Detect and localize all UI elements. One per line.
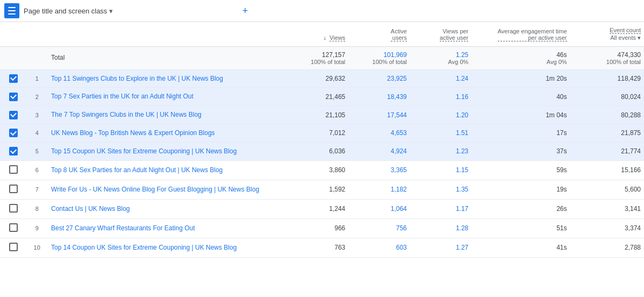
- dimension-dropdown-icon[interactable]: ▾: [109, 7, 113, 15]
- row-check-1[interactable]: [0, 69, 27, 88]
- row-active-users-6: 3,365: [348, 160, 410, 180]
- row-check-8[interactable]: [0, 199, 27, 218]
- row-title-1[interactable]: Top 11 Swingers Clubs to Explore in the …: [47, 69, 287, 88]
- row-engagement-3: 1m 04s: [471, 106, 570, 124]
- total-vpu-sub: Avg 0%: [413, 59, 469, 65]
- add-dimension-button[interactable]: +: [239, 4, 252, 17]
- row-num-8: 8: [27, 199, 47, 218]
- row-check-9[interactable]: [0, 218, 27, 238]
- hamburger-line-2: [8, 10, 16, 11]
- checkbox-10[interactable]: [9, 243, 18, 251]
- row-title-6[interactable]: Top 8 UK Sex Parties for an Adult Night …: [47, 160, 287, 180]
- header-left: Page title and screen class ▾ +: [4, 3, 252, 18]
- checkbox-4[interactable]: [9, 129, 18, 137]
- row-check-5[interactable]: [0, 142, 27, 160]
- row-title-2[interactable]: Top 7 Sex Parties in the UK for an Adult…: [47, 88, 287, 106]
- hamburger-line-1: [8, 7, 16, 8]
- row-num-4: 4: [27, 124, 47, 142]
- row-views-3: 21,105: [287, 106, 349, 124]
- col-header-views-per-active[interactable]: Views peractive user: [410, 22, 472, 46]
- row-num-1: 1: [27, 69, 47, 88]
- avg-engagement-col-label: Average engagement timeper active user: [498, 28, 567, 41]
- dimension-title: Page title and screen class ▾: [24, 7, 113, 15]
- row-event-count-4: 21,875: [570, 124, 644, 142]
- total-views: 127,157 100% of total: [287, 46, 349, 69]
- row-engagement-1: 1m 20s: [471, 69, 570, 88]
- table-row: 5Top 15 Coupon UK Sites for Extreme Coup…: [0, 142, 644, 160]
- row-num-9: 9: [27, 218, 47, 238]
- col-header-num: [27, 22, 47, 46]
- row-vpu-7: 1.35: [410, 180, 472, 199]
- table-row: 10Top 14 Coupon UK Sites for Extreme Cou…: [0, 238, 644, 257]
- table-top-header: Page title and screen class ▾ +: [0, 0, 644, 22]
- views-per-active-col-label: Views peractive user: [440, 28, 468, 41]
- row-views-2: 21,465: [287, 88, 349, 106]
- checkbox-3[interactable]: [9, 111, 18, 119]
- row-views-8: 1,244: [287, 199, 349, 218]
- row-views-1: 29,632: [287, 69, 349, 88]
- event-count-col-label: Event count: [610, 27, 641, 34]
- row-title-8[interactable]: Contact Us | UK News Blog: [47, 199, 287, 218]
- row-title-5[interactable]: Top 15 Coupon UK Sites for Extreme Coupo…: [47, 142, 287, 160]
- row-event-count-6: 15,166: [570, 160, 644, 180]
- event-count-filter[interactable]: All events ▾: [610, 34, 641, 41]
- row-engagement-8: 26s: [471, 199, 570, 218]
- row-title-3[interactable]: The 7 Top Swingers Clubs in the UK | UK …: [47, 106, 287, 124]
- hamburger-line-3: [8, 13, 16, 15]
- row-title-4[interactable]: UK News Blog - Top British News & Expert…: [47, 124, 287, 142]
- col-header-active-users[interactable]: Activeusers: [348, 22, 410, 46]
- row-check-3[interactable]: [0, 106, 27, 124]
- col-header-avg-engagement[interactable]: Average engagement timeper active user: [471, 22, 570, 46]
- row-title-10[interactable]: Top 14 Coupon UK Sites for Extreme Coupo…: [47, 238, 287, 257]
- row-active-users-8: 1,064: [348, 199, 410, 218]
- table-row: 7Write For Us - UK News Online Blog For …: [0, 180, 644, 199]
- row-event-count-9: 3,374: [570, 218, 644, 238]
- checkbox-7[interactable]: [9, 185, 18, 193]
- row-active-users-3: 17,544: [348, 106, 410, 124]
- total-row: Total 127,157 100% of total 101,969 100%…: [0, 46, 644, 69]
- analytics-table: ↓ Views Activeusers Views peractive user…: [0, 22, 644, 258]
- col-header-views[interactable]: ↓ Views: [287, 22, 349, 46]
- row-event-count-7: 5,600: [570, 180, 644, 199]
- row-check-2[interactable]: [0, 88, 27, 106]
- hamburger-icon[interactable]: [4, 3, 19, 18]
- event-count-dropdown-icon[interactable]: ▾: [638, 34, 641, 41]
- total-eng-sub: Avg 0%: [475, 59, 567, 65]
- row-num-2: 2: [27, 88, 47, 106]
- table-row: 6Top 8 UK Sex Parties for an Adult Night…: [0, 160, 644, 180]
- row-check-10[interactable]: [0, 238, 27, 257]
- row-vpu-8: 1.17: [410, 199, 472, 218]
- table-row: 3The 7 Top Swingers Clubs in the UK | UK…: [0, 106, 644, 124]
- col-header-event-count[interactable]: Event count All events ▾: [570, 22, 644, 46]
- total-vpu-value: 1.25: [456, 51, 468, 59]
- active-users-col-label: Activeusers: [391, 28, 407, 41]
- checkbox-8[interactable]: [9, 204, 18, 213]
- checkbox-9[interactable]: [9, 223, 18, 232]
- views-col-label: Views: [330, 34, 345, 41]
- checkbox-2[interactable]: [9, 93, 18, 101]
- row-title-7[interactable]: Write For Us - UK News Online Blog For G…: [47, 180, 287, 199]
- row-event-count-10: 2,788: [570, 238, 644, 257]
- row-check-6[interactable]: [0, 160, 27, 180]
- table-row: 9Best 27 Canary Wharf Restaurants For Ea…: [0, 218, 644, 238]
- row-views-5: 6,036: [287, 142, 349, 160]
- checkbox-6[interactable]: [9, 165, 18, 174]
- row-vpu-4: 1.51: [410, 124, 472, 142]
- row-event-count-2: 80,024: [570, 88, 644, 106]
- table-header-row: ↓ Views Activeusers Views peractive user…: [0, 22, 644, 46]
- row-active-users-5: 4,924: [348, 142, 410, 160]
- row-title-9[interactable]: Best 27 Canary Wharf Restaurants For Eat…: [47, 218, 287, 238]
- checkbox-1[interactable]: [9, 74, 18, 83]
- total-label: Total: [47, 46, 287, 69]
- checkbox-5[interactable]: [9, 147, 18, 155]
- row-num-6: 6: [27, 160, 47, 180]
- row-check-7[interactable]: [0, 180, 27, 199]
- table-row: 2Top 7 Sex Parties in the UK for an Adul…: [0, 88, 644, 106]
- total-views-sub: 100% of total: [290, 59, 346, 65]
- row-num-5: 5: [27, 142, 47, 160]
- row-check-4[interactable]: [0, 124, 27, 142]
- total-check-cell: [0, 46, 27, 69]
- row-num-3: 3: [27, 106, 47, 124]
- row-event-count-3: 80,288: [570, 106, 644, 124]
- row-event-count-5: 21,774: [570, 142, 644, 160]
